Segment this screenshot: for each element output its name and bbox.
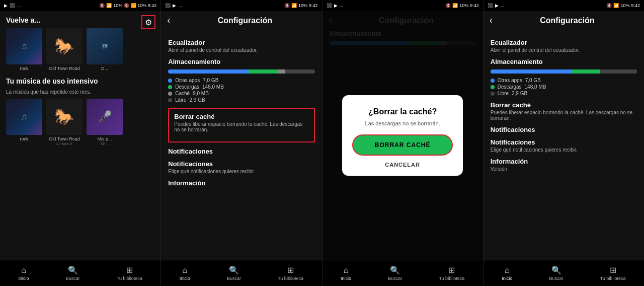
home-icon-3: ⌂: [344, 266, 349, 275]
dot-downloads-2: [168, 85, 172, 89]
bar-other-4: [491, 69, 571, 74]
library-icon-4: ⊞: [610, 265, 616, 275]
storage-legend-4: Otras apps 7,0 GB Descargas 148,0 MB Lib…: [491, 78, 637, 96]
back-button-4[interactable]: ‹: [490, 15, 493, 26]
time-4: 9:42: [631, 3, 640, 8]
home-icon-2: ⌂: [183, 266, 188, 275]
battery-2: 10%: [298, 3, 307, 8]
dot-downloads-4: [491, 85, 495, 89]
time-3: 9:42: [470, 3, 479, 8]
legend-cache-2: Caché 9,0 MB: [168, 91, 314, 96]
legend-other-label-4: Otras apps: [498, 78, 522, 83]
nav-inicio-1[interactable]: ⌂ Inicio: [19, 266, 29, 281]
search-icon-3: 🔍: [390, 265, 400, 275]
bar-other-2: [168, 69, 249, 74]
nav-buscar-1[interactable]: 🔍 Buscar: [66, 265, 80, 281]
nav-buscar-2[interactable]: 🔍 Buscar: [227, 265, 241, 281]
bar-downloads-2: [249, 69, 278, 74]
storage-legend-2: Otras apps 7,0 GB Descargas 148,0 MB Cac…: [168, 78, 314, 103]
back-button-2[interactable]: ‹: [167, 15, 170, 26]
mute-icon-4: 🔇: [606, 3, 612, 8]
album-card-rock1[interactable]: 🎵 rock: [6, 28, 42, 71]
storage-title-2: Almacenamiento: [168, 58, 314, 65]
legend-libre-2: Libre 2,9 GB: [168, 97, 314, 103]
legend-other-value-4: 7,0 GB: [525, 78, 541, 83]
play-icon-2: ▶: [173, 3, 176, 8]
status-right-2: 🔇 📶 10% 9:42: [284, 3, 318, 8]
settings-title-4: Configuración: [497, 16, 638, 25]
eq-desc-4: Abrir el panel de control del ecualizado…: [491, 47, 637, 53]
notifications-title-4: Notificaciones: [491, 126, 637, 133]
nav-inicio-2[interactable]: ⌂ Inicio: [180, 266, 190, 281]
nav-buscar-4[interactable]: 🔍 Buscar: [549, 265, 564, 281]
status-bar-3: ⬛ ▶ ... 🔇 📶 10% 9:42: [323, 0, 483, 11]
notifications-title-2: Notificaciones: [168, 148, 314, 155]
borrar-cache-row-4[interactable]: Borrar caché Puedes liberar espacio borr…: [491, 101, 637, 121]
status-left-4: ⬛ ▶ ...: [488, 3, 505, 8]
more-icon-3: ...: [340, 3, 344, 8]
borrar-cache-section-2[interactable]: Borrar caché Puedes liberar espacio borr…: [168, 108, 314, 142]
nav-biblioteca-label-2: Tu biblioteca: [278, 276, 303, 281]
dot-cache-2: [168, 92, 172, 96]
album-art-d: 🌃: [87, 28, 123, 64]
nav-biblioteca-label-4: Tu biblioteca: [600, 276, 626, 281]
album-sublabel-otr2: Lil Nas X: [46, 141, 83, 146]
album-card-otr1[interactable]: 🐎 Old Town Road: [46, 28, 83, 71]
time-1: 🔇 📶 10% 9:42: [124, 3, 156, 8]
nav-biblioteca-3[interactable]: ⊞ Tu biblioteca: [439, 265, 464, 281]
nav-buscar-label-4: Buscar: [549, 276, 564, 281]
legend-other-4: Otras apps 7,0 GB: [491, 78, 637, 83]
battery-icon: 10%: [113, 3, 122, 8]
legend-libre-label-2: Libre: [175, 97, 186, 103]
eq-desc-2: Abrir el panel de control del ecualizado…: [168, 47, 314, 53]
album-card-otr2[interactable]: 🐎 Old Town Road Lil Nas X: [46, 99, 83, 146]
screen-icon: ⬛: [10, 3, 15, 8]
legend-libre-4: Libre 2,9 GB: [491, 91, 637, 96]
legend-downloads-value-4: 148,0 MB: [525, 84, 546, 90]
signal-icon-4: 📶: [613, 3, 619, 8]
settings-gear-button[interactable]: ⚙: [141, 15, 155, 29]
notifications-desc-4: Elige qué notificaciones quieres recibir…: [491, 147, 637, 153]
album-card-rock2[interactable]: 🎵 rock: [6, 99, 42, 146]
nav-inicio-3[interactable]: ⌂ Inicio: [341, 266, 351, 281]
nav-biblioteca-1[interactable]: ⊞ Tu biblioteca: [117, 265, 142, 281]
status-bar-2: ⬛ ▶ ... 🔇 📶 10% 9:42: [161, 0, 321, 11]
home-icon-4: ⌂: [505, 266, 510, 275]
album-label-rock1: rock: [6, 66, 42, 71]
album-art-rock1: 🎵: [6, 28, 42, 64]
nav-inicio-label-2: Inicio: [180, 276, 190, 281]
dialog-confirm-button[interactable]: BORRAR CACHÉ: [352, 134, 453, 156]
version-label-4: Versión: [491, 166, 637, 172]
legend-cache-label-2: Caché: [175, 91, 190, 96]
dialog-cancel-button[interactable]: CANCELAR: [385, 162, 420, 168]
album-art-rock2: 🎵: [6, 99, 42, 135]
legend-other-label-2: Otras apps: [175, 78, 200, 83]
status-bar-4: ⬛ ▶ ... 🔇 📶 10% 9:42: [484, 0, 644, 11]
nav-buscar-3[interactable]: 🔍 Buscar: [388, 265, 402, 281]
legend-downloads-4: Descargas 148,0 MB: [491, 84, 637, 90]
album-card-d[interactable]: 🌃 D...: [87, 28, 123, 71]
album-label-rock2: rock: [6, 136, 42, 141]
dot-other-4: [491, 79, 495, 83]
settings-body-4: Ecualizador Abrir el panel de control de…: [484, 30, 644, 260]
nav-biblioteca-2[interactable]: ⊞ Tu biblioteca: [278, 265, 303, 281]
search-icon-2: 🔍: [229, 265, 239, 275]
album-art-otr2: 🐎: [46, 99, 83, 135]
nav-biblioteca-4[interactable]: ⊞ Tu biblioteca: [600, 265, 626, 281]
status-right-3: 🔇 📶 10% 9:42: [445, 3, 479, 8]
home-icon-1: ⌂: [21, 266, 26, 275]
album-card-misc[interactable]: 🎤 Mis p... Sh...: [87, 99, 123, 146]
legend-downloads-label-2: Descargas: [175, 84, 199, 90]
nav-inicio-4[interactable]: ⌂ Inicio: [502, 266, 512, 281]
legend-downloads-label-4: Descargas: [498, 84, 522, 90]
legend-other-2: Otras apps 7,0 GB: [168, 78, 314, 83]
settings-header-2: ‹ Configuración: [161, 11, 321, 30]
dot-libre-2: [168, 98, 172, 102]
home-content: ⚙ Vuelve a... 🎵 rock 🐎 Old Town Road: [0, 11, 160, 260]
nav-biblioteca-label-1: Tu biblioteca: [117, 276, 142, 281]
album-art-misc: 🎤: [87, 99, 123, 135]
legend-downloads-value-2: 148,0 MB: [202, 84, 224, 90]
library-icon-2: ⊞: [287, 265, 294, 275]
bottom-nav-1: ⌂ Inicio 🔍 Buscar ⊞ Tu biblioteca: [0, 260, 160, 286]
library-icon-1: ⊞: [126, 265, 133, 275]
